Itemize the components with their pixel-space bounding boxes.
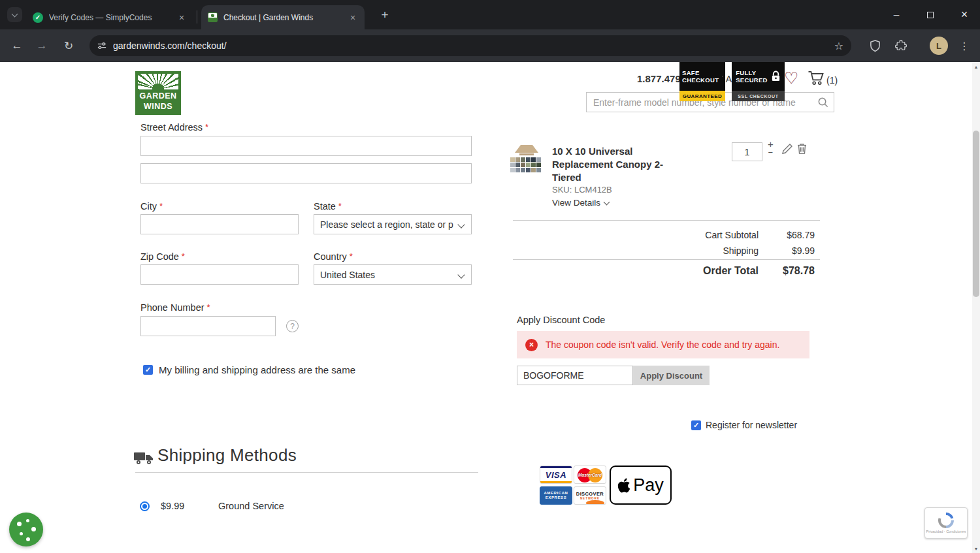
country-select[interactable]: United States xyxy=(314,264,472,285)
billing-same-checkbox[interactable]: ✓ xyxy=(143,365,153,375)
apple-pay-text: Pay xyxy=(633,475,664,496)
browser-menu-kebab-icon[interactable]: ⋮ xyxy=(955,37,973,55)
tab-title: Verify Codes — SimplyCodes xyxy=(49,13,171,22)
coupon-code-input[interactable] xyxy=(517,366,633,385)
product-thumbnail[interactable] xyxy=(510,145,543,181)
logo-text: GARDEN WINDS xyxy=(138,89,178,112)
chevron-down-icon xyxy=(12,10,18,17)
state-select[interactable]: Please select a region, state or p xyxy=(314,214,472,234)
page-scrollbar[interactable]: ▲ ▼ xyxy=(972,62,980,553)
minimize-button[interactable]: ─ xyxy=(881,0,911,29)
product-title[interactable]: 10 X 10 Universal Replacement Canopy 2-T… xyxy=(552,145,668,184)
search-icon[interactable] xyxy=(817,97,828,108)
close-tab-icon[interactable]: × xyxy=(348,12,358,23)
ssl-strip: SSL CHECKOUT xyxy=(732,91,785,101)
tab-simplycodes[interactable]: ✓ Verify Codes — SimplyCodes × xyxy=(26,5,193,29)
reload-button[interactable]: ↻ xyxy=(59,37,78,55)
secure-line2: SECURED xyxy=(736,76,768,84)
edit-pencil-icon[interactable] xyxy=(782,144,792,154)
gardenwinds-favicon xyxy=(208,12,218,22)
url-bar[interactable]: gardenwinds.com/checkout/ ☆ xyxy=(90,35,851,56)
billing-same-label[interactable]: My billing and shipping address are the … xyxy=(159,364,355,375)
bookmark-star-icon[interactable]: ☆ xyxy=(834,40,843,52)
quantity-input[interactable] xyxy=(732,142,762,161)
lock-icon xyxy=(771,71,781,83)
simplycodes-favicon: ✓ xyxy=(33,12,43,23)
close-tab-icon[interactable]: × xyxy=(176,12,187,23)
city-input[interactable] xyxy=(140,214,299,234)
site-info-icon[interactable] xyxy=(97,41,106,50)
error-text: The coupon code isn't valid. Verify the … xyxy=(546,340,779,350)
amex-badge: AMERICAN EXPRESS xyxy=(540,486,572,505)
mastercard-logo: MasterCard xyxy=(578,473,602,477)
wishlist-heart-icon[interactable]: ♡ xyxy=(784,69,798,87)
scroll-up-icon[interactable]: ▲ xyxy=(972,62,980,71)
check-icon: ✓ xyxy=(145,366,151,374)
cookie-dot xyxy=(17,522,22,526)
safe-line2: CHECKOUT xyxy=(682,76,719,84)
order-total-label: Order Total xyxy=(513,265,759,277)
extensions-puzzle-icon[interactable] xyxy=(892,37,910,55)
state-selected-value: Please select a region, state or p xyxy=(320,219,453,230)
label-text: Phone Number xyxy=(140,302,204,313)
trash-icon[interactable] xyxy=(797,143,807,154)
amex-line2: EXPRESS xyxy=(546,496,567,500)
recaptcha-text: Privacidad - Condiciones xyxy=(926,529,966,533)
canopy-tier xyxy=(519,153,534,155)
cookie-dot xyxy=(26,519,29,522)
shipping-value: $9.99 xyxy=(759,245,815,256)
apple-icon xyxy=(617,477,630,494)
phone-help-icon[interactable]: ? xyxy=(286,320,299,332)
profile-avatar[interactable]: L xyxy=(930,37,948,55)
decrease-qty-icon[interactable]: − xyxy=(768,148,774,157)
cart-icon xyxy=(808,71,825,86)
tab-title: Checkout | Garden Winds xyxy=(223,13,342,22)
garden-winds-logo[interactable]: GARDEN WINDS xyxy=(135,71,181,115)
apple-pay-badge: Pay xyxy=(610,466,672,505)
street-address-input-1[interactable] xyxy=(140,136,472,156)
quantity-stepper[interactable]: + − xyxy=(768,140,774,157)
maximize-button[interactable] xyxy=(915,0,945,29)
zip-label: Zip Code* xyxy=(140,251,185,262)
view-details-toggle[interactable]: View Details xyxy=(552,198,609,208)
subtotal-value: $68.79 xyxy=(759,230,815,240)
required-mark: * xyxy=(159,201,163,211)
city-label: City* xyxy=(140,201,163,212)
shield-extension-icon[interactable] xyxy=(866,37,884,55)
street-address-input-2[interactable] xyxy=(140,163,472,183)
newsletter-label[interactable]: Register for newsletter xyxy=(706,420,797,430)
recaptcha-badge[interactable]: Privacidad - Condiciones xyxy=(924,507,968,539)
required-mark: * xyxy=(182,251,185,261)
tab-search-button[interactable] xyxy=(7,7,22,22)
cookie-consent-widget[interactable] xyxy=(9,513,43,546)
label-text: City xyxy=(140,201,157,212)
chevron-down-icon xyxy=(457,221,465,228)
scrollbar-thumb[interactable] xyxy=(973,131,979,297)
back-button[interactable]: ← xyxy=(8,37,26,55)
cart-button[interactable]: (1) xyxy=(808,71,838,86)
phone-input[interactable] xyxy=(140,316,276,336)
required-mark: * xyxy=(350,251,353,261)
check-icon: ✓ xyxy=(693,421,699,430)
new-tab-button[interactable]: + xyxy=(376,7,393,24)
shipping-price: $9.99 xyxy=(161,501,184,511)
ground-service-radio[interactable] xyxy=(140,501,150,511)
scroll-down-icon[interactable]: ▼ xyxy=(972,544,980,553)
tab-garden-winds[interactable]: Checkout | Garden Winds × xyxy=(201,5,365,29)
newsletter-checkbox[interactable]: ✓ xyxy=(691,420,701,430)
shipping-row: Shipping $9.99 xyxy=(513,243,815,259)
radio-dot xyxy=(142,504,147,509)
cart-count: (1) xyxy=(826,75,838,86)
discount-section-title[interactable]: Apply Discount Code xyxy=(517,315,605,325)
url-text[interactable]: gardenwinds.com/checkout/ xyxy=(113,40,828,51)
canopy-image xyxy=(515,145,538,153)
section-divider xyxy=(135,472,478,473)
visa-badge: VISA xyxy=(540,466,572,484)
required-mark: * xyxy=(205,122,208,132)
apply-discount-button[interactable]: Apply Discount xyxy=(633,366,710,385)
forward-button[interactable]: → xyxy=(33,37,51,55)
country-selected-value: United States xyxy=(320,270,375,280)
close-window-button[interactable]: × xyxy=(949,0,979,29)
zip-input[interactable] xyxy=(140,264,299,285)
logo-line1: GARDEN xyxy=(138,91,178,102)
